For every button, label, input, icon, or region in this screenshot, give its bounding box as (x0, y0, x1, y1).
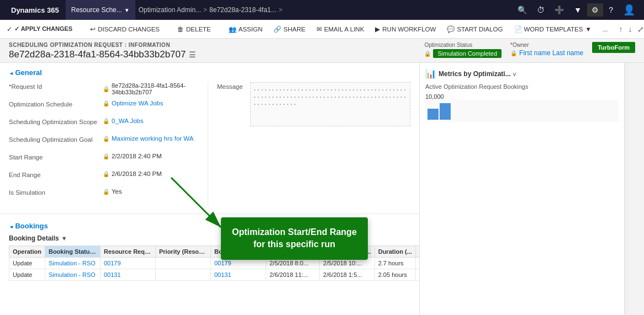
end-range-lock: 🔒 (103, 171, 109, 177)
cell-priority-2 (155, 269, 210, 281)
booking-status-link-2[interactable]: Simulation - RSO (49, 271, 96, 278)
owner-label: *Owner (510, 42, 583, 48)
message-textarea[interactable] (250, 82, 410, 126)
sched-scope-value: 🔒 0_WA Jobs (103, 118, 144, 124)
lock-icon: 🔒 (424, 51, 431, 57)
tooltip-text: Optimization Start/End Rangefor this spe… (232, 227, 357, 249)
form-area: General *Request Id 🔒 8e72d28a-2318-4fa1… (0, 63, 420, 315)
cell-end-2: 2/6/2018 1:5... (320, 269, 375, 281)
settings-icon[interactable]: ⚙ (587, 3, 603, 17)
sched-scope-lock: 🔒 (103, 118, 109, 124)
share-icon: 🔗 (273, 25, 281, 33)
word-templates-button[interactable]: 📄 WORD TEMPLATES ▼ (512, 24, 594, 34)
more-button[interactable]: ... (600, 25, 610, 34)
filter-icon[interactable]: ▼ (569, 3, 586, 17)
cell-resource-1: Victor Timm (415, 258, 420, 269)
sched-goal-label: Scheduling Optimization Goal (9, 135, 103, 143)
bookable-link-1[interactable]: 00179 (214, 260, 231, 266)
sched-scope-label: Scheduling Optimization Scope (9, 118, 103, 125)
nav-up-button[interactable]: ↑ (616, 24, 625, 35)
request-id-label: *Request Id (9, 82, 103, 90)
page-record-id: 8e72d28a-2318-4fa1-8564-34bb33b2b707 ☰ (9, 49, 196, 60)
page-title-label: SCHEDULING OPTIMIZATION REQUEST : INFORM… (9, 42, 196, 48)
email-link-button[interactable]: ✉ EMAIL A LINK (314, 24, 366, 34)
main-content: General *Request Id 🔒 8e72d28a-2318-4fa1… (0, 63, 644, 315)
top-nav-bar: Dynamics 365 Resource Sche... ▼ Optimiza… (0, 0, 644, 20)
opt-status-label: Optimization Status (424, 42, 502, 48)
workflow-icon: ▶ (375, 25, 380, 33)
resource-req-link-2[interactable]: 00131 (104, 271, 121, 278)
opt-schedule-label: Optimization Schedule (9, 100, 103, 108)
form-two-col: *Request Id 🔒 8e72d28a-2318-4fa1-8564-34… (9, 82, 410, 206)
discard-changes-button[interactable]: ↩ DISCARD CHANGES (88, 24, 162, 34)
dialog-icon: 💬 (447, 25, 455, 33)
start-range-row: Start Range 🔒 2/2/2018 2:40 PM (9, 153, 202, 166)
metrics-dropdown-btn[interactable]: v (513, 71, 516, 77)
email-icon: ✉ (316, 25, 322, 33)
start-range-lock: 🔒 (103, 153, 109, 159)
delete-button[interactable]: 🗑 DELETE (175, 25, 213, 34)
user-avatar[interactable]: 👤 (619, 2, 640, 18)
sched-goal-link[interactable]: Maximize working hrs for WA (112, 135, 193, 142)
is-simulation-value: 🔒 Yes (103, 188, 122, 195)
word-chevron: ▼ (585, 26, 591, 33)
help-icon[interactable]: ? (604, 3, 617, 17)
expand-button[interactable]: ⤢ (635, 24, 644, 35)
record-menu-icon[interactable]: ☰ (189, 50, 196, 59)
bookable-link-2[interactable]: 00131 (214, 271, 231, 278)
booking-toolbar-label: Booking Details (9, 234, 59, 242)
sched-scope-row: Scheduling Optimization Scope 🔒 0_WA Job… (9, 118, 202, 131)
brand-label: Dynamics 365 (4, 6, 66, 14)
main-scrollbar[interactable] (624, 63, 629, 315)
share-button[interactable]: 🔗 SHARE (271, 24, 308, 34)
page-header-left: SCHEDULING OPTIMIZATION REQUEST : INFORM… (9, 42, 196, 60)
general-section-title[interactable]: General (9, 68, 410, 77)
optimization-status-block: Optimization Status 🔒 Simulation Complet… (424, 42, 502, 58)
booking-status-link-1[interactable]: Simulation - RSO (49, 260, 96, 266)
run-workflow-button[interactable]: ▶ RUN WORKFLOW (373, 24, 438, 34)
apply-changes-button[interactable]: ✓ ✓ APPLY CHANGES (4, 24, 75, 34)
owner-link[interactable]: First name Last name (519, 49, 583, 57)
form-right-col: Message (208, 82, 410, 206)
search-icon[interactable]: 🔍 (513, 3, 531, 17)
trash-icon: 🗑 (177, 26, 184, 33)
is-simulation-row: Is Simulation 🔒 Yes (9, 188, 202, 201)
sched-scope-link[interactable]: 0_WA Jobs (112, 118, 144, 124)
opt-schedule-link[interactable]: Optimize WA Jobs (112, 100, 163, 106)
sched-goal-row: Scheduling Optimization Goal 🔒 Maximize … (9, 135, 202, 148)
start-range-value: 🔒 2/2/2018 2:40 PM (103, 153, 162, 159)
table-row: Update Simulation - RSO 00131 00131 2/6/… (9, 269, 420, 281)
end-range-row: End Range 🔒 2/6/2018 2:40 PM (9, 170, 202, 184)
start-dialog-button[interactable]: 💬 START DIALOG (445, 24, 505, 34)
form-left-col: *Request Id 🔒 8e72d28a-2318-4fa1-8564-34… (9, 82, 208, 206)
message-label: Message (217, 82, 250, 90)
col-priority: Priority (Resou... (155, 246, 210, 258)
add-icon[interactable]: ➕ (550, 3, 568, 17)
nav-down-button[interactable]: ↓ (626, 24, 634, 35)
request-id-value: 🔒 8e72d28a-2318-4fa1-8564-34bb33b2b707 (103, 82, 202, 95)
turboform-button[interactable]: TurboForm (592, 42, 635, 53)
resource-req-link-1[interactable]: 00179 (104, 260, 121, 266)
end-range-value: 🔒 2/6/2018 2:40 PM (103, 170, 162, 177)
discard-icon: ↩ (90, 25, 96, 33)
nav-icons-group: 🔍 ⏱ ➕ ▼ ⚙ ? 👤 (513, 2, 640, 18)
cell-operation-1: Update (9, 258, 45, 269)
page-header-right: Optimization Status 🔒 Simulation Complet… (424, 42, 635, 58)
cell-resource-req-2: 00131 (100, 269, 155, 281)
cell-booking-status-1: Simulation - RSO (45, 258, 100, 269)
breadcrumb-item-1[interactable]: Optimization Admin... (139, 6, 201, 14)
command-bar: ✓ ✓ APPLY CHANGES ↩ DISCARD CHANGES 🗑 DE… (0, 20, 644, 39)
cell-start-2: 2/6/2018 11:... (266, 269, 319, 281)
is-sim-lock: 🔒 (103, 189, 109, 195)
breadcrumb-item-2[interactable]: 8e72d28a-2318-4fa1... (209, 6, 276, 14)
section-divider (0, 213, 419, 214)
cell-dur-2: 2.05 hours (374, 269, 415, 281)
history-icon[interactable]: ⏱ (532, 3, 549, 17)
booking-details-dropdown[interactable]: ▼ (61, 235, 67, 242)
request-id-row: *Request Id 🔒 8e72d28a-2318-4fa1-8564-34… (9, 82, 202, 95)
nav-arrows: ↑ ↓ ⤢ ⊡ (616, 24, 644, 35)
booking-table-body: Update Simulation - RSO 00179 00179 2/5/… (9, 258, 420, 281)
assign-button[interactable]: 👥 ASSIGN (226, 24, 265, 34)
owner-lock-icon: 🔒 (510, 50, 517, 56)
nav-app-button[interactable]: Resource Sche... ▼ (66, 0, 135, 20)
